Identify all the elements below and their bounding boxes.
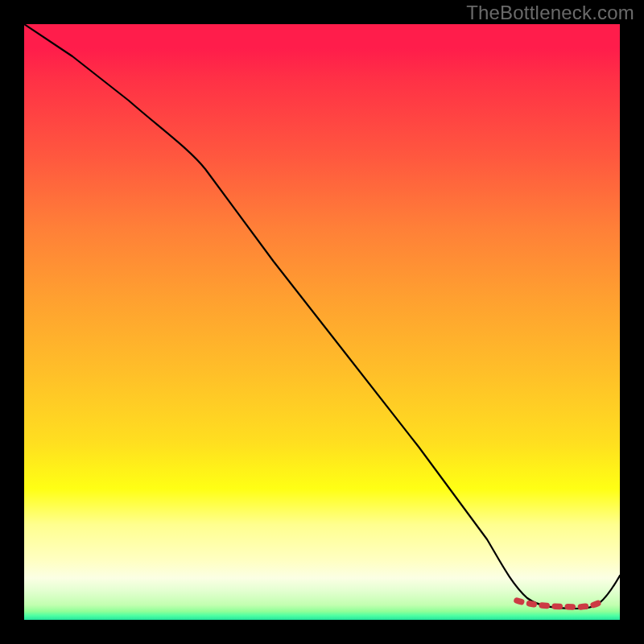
optimal-zone-marker [517,601,602,607]
watermark-text: TheBottleneck.com [466,2,634,24]
chart-svg [24,24,620,620]
plot-area [24,24,620,620]
bottleneck-curve-line [24,24,620,609]
chart-frame: TheBottleneck.com [0,0,644,644]
